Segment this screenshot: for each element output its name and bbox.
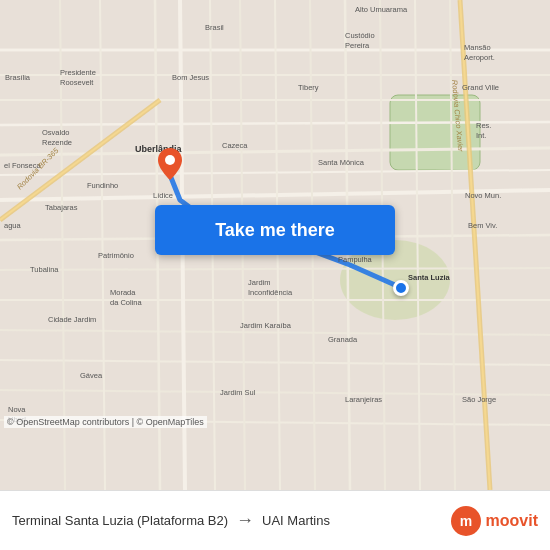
- svg-text:Jardim Sul: Jardim Sul: [220, 388, 256, 397]
- svg-text:Alto Umuarama: Alto Umuarama: [355, 5, 408, 14]
- bottom-bar: Terminal Santa Luzia (Plataforma B2) → U…: [0, 490, 550, 550]
- svg-text:Presidente: Presidente: [60, 68, 96, 77]
- svg-text:Res.: Res.: [476, 121, 491, 130]
- svg-text:Cidade Jardim: Cidade Jardim: [48, 315, 96, 324]
- svg-text:Inconfidência: Inconfidência: [248, 288, 293, 297]
- destination-dot: [393, 280, 409, 296]
- svg-text:Mansão: Mansão: [464, 43, 491, 52]
- route-info: Terminal Santa Luzia (Plataforma B2) → U…: [12, 510, 450, 531]
- svg-text:da Colina: da Colina: [110, 298, 143, 307]
- svg-text:m: m: [459, 513, 471, 529]
- svg-text:Cazeca: Cazeca: [222, 141, 248, 150]
- svg-text:Laranjeiras: Laranjeiras: [345, 395, 382, 404]
- svg-text:Rezende: Rezende: [42, 138, 72, 147]
- svg-text:Brasília: Brasília: [5, 73, 31, 82]
- svg-text:Nova: Nova: [8, 405, 26, 414]
- map-container: Alto Umuarama Brasil Custódio Pereira Br…: [0, 0, 550, 490]
- svg-text:Bom Jesus: Bom Jesus: [172, 73, 209, 82]
- take-me-there-button[interactable]: Take me there: [155, 205, 395, 255]
- svg-text:Pampulha: Pampulha: [338, 255, 373, 264]
- svg-text:Int.: Int.: [476, 131, 486, 140]
- svg-text:Brasil: Brasil: [205, 23, 224, 32]
- svg-text:Gávea: Gávea: [80, 371, 103, 380]
- svg-text:Lídice: Lídice: [153, 191, 173, 200]
- svg-text:Novo Mun.: Novo Mun.: [465, 191, 501, 200]
- svg-text:Granada: Granada: [328, 335, 358, 344]
- origin-pin: [158, 148, 182, 184]
- svg-text:Pereira: Pereira: [345, 41, 370, 50]
- svg-text:Morada: Morada: [110, 288, 136, 297]
- svg-text:Jardim Karaíba: Jardim Karaíba: [240, 321, 292, 330]
- svg-point-81: [165, 155, 175, 165]
- origin-label: Terminal Santa Luzia (Plataforma B2): [12, 513, 228, 528]
- svg-text:Santa Mônica: Santa Mônica: [318, 158, 365, 167]
- svg-text:Fundinho: Fundinho: [87, 181, 118, 190]
- svg-text:Tubalina: Tubalina: [30, 265, 59, 274]
- svg-text:Aeroport.: Aeroport.: [464, 53, 495, 62]
- svg-text:Santa Luzia: Santa Luzia: [408, 273, 451, 282]
- svg-text:Osvaldo: Osvaldo: [42, 128, 70, 137]
- svg-text:Roosevelt: Roosevelt: [60, 78, 94, 87]
- svg-text:Grand Ville: Grand Ville: [462, 83, 499, 92]
- svg-text:Tibery: Tibery: [298, 83, 319, 92]
- svg-text:Tabajaras: Tabajaras: [45, 203, 78, 212]
- map-attribution: © OpenStreetMap contributors | © OpenMap…: [4, 416, 207, 428]
- moovit-logo: m moovit: [450, 505, 538, 537]
- arrow-icon: →: [236, 510, 254, 531]
- svg-text:Patrimônio: Patrimônio: [98, 251, 134, 260]
- svg-text:Bem Viv.: Bem Viv.: [468, 221, 497, 230]
- moovit-text: moovit: [486, 512, 538, 530]
- svg-text:São Jorge: São Jorge: [462, 395, 496, 404]
- destination-label: UAI Martins: [262, 513, 330, 528]
- svg-text:Custódio: Custódio: [345, 31, 375, 40]
- svg-text:agua: agua: [4, 221, 22, 230]
- svg-text:Jardim: Jardim: [248, 278, 271, 287]
- moovit-logo-icon: m: [450, 505, 482, 537]
